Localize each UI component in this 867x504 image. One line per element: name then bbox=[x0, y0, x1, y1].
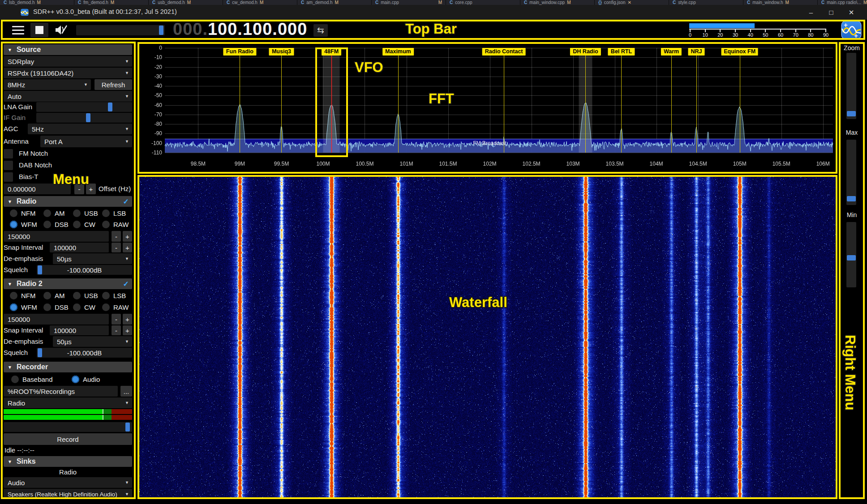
mode-raw[interactable]: RAW bbox=[102, 219, 129, 229]
lna-gain-slider[interactable] bbox=[36, 102, 132, 112]
mode-nfm[interactable]: NFM bbox=[10, 290, 36, 300]
editor-tab[interactable]: Ccore.cpp bbox=[446, 0, 520, 5]
editor-tab[interactable]: Cusb_demod.hM bbox=[149, 0, 223, 5]
mode-wfm[interactable]: WFM bbox=[10, 302, 37, 312]
editor-tab[interactable]: Cstyle.cpp bbox=[669, 0, 743, 5]
mode-lsb[interactable]: LSB bbox=[102, 208, 126, 218]
bandwidth2-minus-button[interactable]: - bbox=[112, 314, 121, 325]
squelch-slider[interactable]: -100.000dB bbox=[37, 265, 132, 275]
source-section-header[interactable]: ▼Source bbox=[4, 44, 132, 55]
source-device-select[interactable]: RSPdx (191106DA42)▼ bbox=[4, 68, 132, 78]
mode-wfm[interactable]: WFM bbox=[10, 219, 37, 229]
fm-notch-checkbox[interactable] bbox=[4, 149, 13, 158]
source-driver-select[interactable]: SDRplay▼ bbox=[4, 56, 132, 67]
maximize-button[interactable]: □ bbox=[824, 7, 839, 18]
snap-minus-button[interactable]: - bbox=[112, 243, 121, 252]
squelch2-slider[interactable]: -100.000dB bbox=[37, 348, 132, 358]
antenna-select[interactable]: Port A▼ bbox=[40, 136, 132, 147]
min-slider[interactable] bbox=[846, 222, 856, 287]
tab-badge: M bbox=[438, 0, 442, 5]
sink-device-select[interactable]: Speakers (Realtek High Definition Audio)… bbox=[4, 489, 132, 497]
min-slider-handle[interactable] bbox=[847, 255, 856, 261]
mode-label: AM bbox=[55, 209, 65, 217]
bias-t-checkbox[interactable] bbox=[4, 172, 13, 182]
radio2-bandwidth-input[interactable]: 150000 bbox=[4, 314, 109, 325]
refresh-button[interactable]: Refresh bbox=[94, 79, 132, 90]
snap2-minus-button[interactable]: - bbox=[112, 325, 121, 335]
mode-nfm[interactable]: NFM bbox=[10, 208, 36, 218]
sink-type-select[interactable]: Audio▼ bbox=[4, 477, 132, 488]
radio-bandwidth-input[interactable]: 150000 bbox=[4, 231, 109, 242]
if-gain-handle[interactable] bbox=[86, 113, 90, 122]
mode-dsb[interactable]: DSB bbox=[43, 219, 69, 229]
radio-icon bbox=[10, 292, 17, 299]
lna-gain-handle[interactable] bbox=[108, 103, 112, 111]
bandwidth-minus-button[interactable]: - bbox=[112, 231, 121, 242]
dab-notch-checkbox[interactable] bbox=[4, 161, 13, 170]
radio-icon bbox=[73, 303, 81, 311]
editor-tab[interactable]: Cmain.cpp frequency_managerM bbox=[372, 0, 446, 5]
chevron-down-icon: ▼ bbox=[125, 127, 129, 131]
snap-plus-button[interactable]: + bbox=[123, 243, 132, 252]
waterfall-display[interactable] bbox=[139, 177, 836, 497]
file-type-icon: C bbox=[524, 0, 527, 5]
zoom-slider-handle[interactable] bbox=[847, 111, 856, 116]
mode-lsb[interactable]: LSB bbox=[102, 290, 126, 300]
snap2-interval-input[interactable]: 100000 bbox=[50, 325, 109, 335]
mode-usb[interactable]: USB bbox=[73, 290, 98, 300]
mode-label: RAW bbox=[113, 303, 129, 311]
editor-tab[interactable]: Ccw_demod.hM bbox=[223, 0, 297, 5]
mode-am[interactable]: AM bbox=[43, 208, 65, 218]
recorder-volume-handle[interactable] bbox=[125, 423, 130, 431]
station-badge: Warm bbox=[661, 48, 682, 56]
frequency-display[interactable]: 000.100.100.000 bbox=[173, 20, 307, 38]
mode-usb[interactable]: USB bbox=[73, 208, 98, 218]
radio-section-header[interactable]: ▼Radio✓ bbox=[4, 196, 132, 207]
editor-tab[interactable]: Cmain_window.hM bbox=[743, 0, 818, 5]
bandwidth2-plus-button[interactable]: + bbox=[123, 314, 132, 325]
mode-cw[interactable]: CW bbox=[73, 302, 95, 312]
chevron-down-icon: ▼ bbox=[125, 480, 129, 485]
max-slider[interactable] bbox=[846, 140, 856, 205]
tuning-mode-swap-button[interactable]: ⇆ bbox=[313, 24, 328, 37]
bandwidth-plus-button[interactable]: + bbox=[123, 231, 132, 242]
recordings-path-input[interactable]: %ROOT%/Recordings bbox=[4, 386, 118, 397]
snap2-plus-button[interactable]: + bbox=[123, 325, 132, 335]
deemphasis2-select[interactable]: 50µs▼ bbox=[53, 336, 132, 347]
recorder-section-header[interactable]: ▼Recorder bbox=[4, 362, 132, 372]
module-enabled-check-icon[interactable]: ✓ bbox=[123, 197, 129, 206]
station-badge: Musiq3 bbox=[269, 48, 294, 56]
mode-cw[interactable]: CW bbox=[73, 219, 95, 229]
recorder-volume-slider[interactable] bbox=[4, 422, 132, 432]
module-enabled-check-icon[interactable]: ✓ bbox=[123, 280, 129, 288]
browse-button[interactable]: ... bbox=[120, 386, 132, 397]
editor-tab[interactable]: Cmain.cpp radio\...M bbox=[818, 0, 867, 5]
chevron-down-icon: ▼ bbox=[125, 94, 129, 98]
snap-interval-input[interactable]: 100000 bbox=[50, 243, 109, 252]
sinks-section-header[interactable]: ▼Sinks bbox=[4, 456, 132, 467]
recorder-mode-audio[interactable]: Audio bbox=[72, 374, 100, 384]
recorder-stream-select[interactable]: Radio▼ bbox=[4, 397, 132, 408]
mode-dsb[interactable]: DSB bbox=[43, 302, 69, 312]
fft-display[interactable] bbox=[139, 44, 836, 174]
mode-raw[interactable]: RAW bbox=[102, 302, 129, 312]
radio2-section-header[interactable]: ▼Radio 2✓ bbox=[4, 278, 132, 289]
volume-slider-handle[interactable] bbox=[159, 26, 163, 35]
zoom-slider[interactable] bbox=[846, 53, 856, 119]
annotation-menu: Menu bbox=[53, 171, 89, 188]
deemphasis-select[interactable]: 50µs▼ bbox=[53, 253, 132, 264]
record-button[interactable]: Record bbox=[4, 433, 132, 445]
mode-am[interactable]: AM bbox=[43, 290, 65, 300]
max-slider-handle[interactable] bbox=[847, 196, 856, 201]
if-gain-slider[interactable] bbox=[36, 113, 132, 123]
agc-rate-select[interactable]: 5Hz▼ bbox=[28, 124, 132, 134]
minimize-button[interactable]: – bbox=[803, 7, 819, 18]
tab-badge: M bbox=[863, 0, 867, 5]
recorder-mode-baseband[interactable]: Baseband bbox=[11, 374, 53, 384]
editor-tab[interactable]: Cam_demod.hM bbox=[297, 0, 372, 5]
editor-tab[interactable]: Cmain_window.cppM bbox=[520, 0, 595, 5]
editor-tab[interactable]: {}config.json✕ bbox=[595, 0, 669, 5]
close-button[interactable]: ✕ bbox=[844, 7, 859, 18]
agc-setpoint-select[interactable]: Auto▼ bbox=[4, 91, 132, 102]
bandwidth-select[interactable]: 8MHz▼ bbox=[4, 79, 91, 90]
